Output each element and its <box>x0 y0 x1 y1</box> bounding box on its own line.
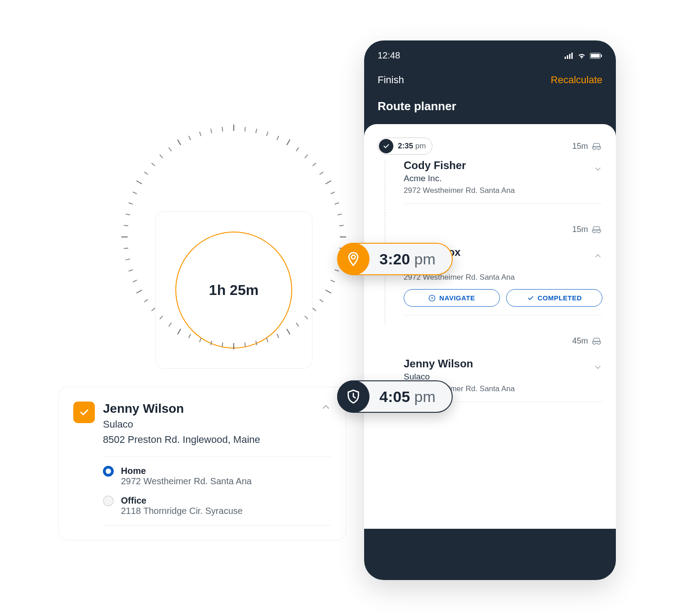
address-label: Office <box>121 495 243 506</box>
contact-company: Sulaco <box>103 419 312 430</box>
svg-rect-6 <box>601 54 602 57</box>
divider <box>404 315 602 315</box>
check-icon <box>379 139 393 153</box>
clock-card: 1h 25m <box>155 211 312 369</box>
chevron-down-icon[interactable] <box>593 363 602 374</box>
radio-selected-icon[interactable] <box>103 466 114 477</box>
svg-rect-5 <box>591 54 600 58</box>
contact-header: Jenny Wilson Sulaco 8502 Preston Rd. Ing… <box>73 402 331 446</box>
address-label: Home <box>121 466 252 476</box>
address-option-office[interactable]: Office 2118 Thornridge Cir. Syracuse <box>103 495 331 516</box>
clock-face: 1h 25m <box>175 232 292 348</box>
compass-icon <box>428 295 436 302</box>
current-stop-pill: 3:20 pm <box>337 243 453 275</box>
completed-button[interactable]: COMPLETED <box>506 289 602 307</box>
contact-card: Jenny Wilson Sulaco 8502 Preston Rd. Ing… <box>58 387 346 540</box>
status-time: 12:48 <box>378 50 400 61</box>
car-icon <box>591 225 602 233</box>
contact-address: 8502 Preston Rd. Inglewood, Maine <box>103 434 312 446</box>
divider <box>103 456 331 457</box>
stop-company: Acme Inc. <box>404 174 602 183</box>
svg-rect-3 <box>571 53 573 59</box>
svg-rect-2 <box>569 54 570 59</box>
battery-icon <box>590 53 602 59</box>
finish-button[interactable]: Finish <box>378 74 404 86</box>
phone-nav: Finish Recalculate <box>364 65 616 95</box>
car-icon <box>591 337 602 345</box>
chevron-up-icon[interactable] <box>593 251 602 262</box>
address-text: 2972 Westheimer Rd. Santa Ana <box>121 476 252 487</box>
future-stop-pill: 4:05 pm <box>337 380 453 413</box>
navigate-button[interactable]: NAVIGATE <box>404 289 500 307</box>
chevron-up-icon[interactable] <box>321 402 331 415</box>
status-bar: 12:48 <box>364 40 616 65</box>
car-icon <box>591 142 602 150</box>
route-stop[interactable]: 2:35 pm 15m Cody Fisher Acme Inc. 2972 W… <box>364 138 616 213</box>
status-icons <box>565 53 602 59</box>
check-icon <box>527 295 534 302</box>
contact-info: Jenny Wilson Sulaco 8502 Preston Rd. Ing… <box>103 402 312 446</box>
drive-duration: 15m <box>572 225 602 234</box>
chevron-down-icon[interactable] <box>593 165 602 175</box>
canvas: 1h 25m Jenny Wilson Sulaco 8502 Preston … <box>13 13 664 598</box>
stop-address: 2972 Westheimer Rd. Santa Ana <box>404 186 602 195</box>
signal-icon <box>565 53 574 59</box>
drive-duration: 45m <box>572 336 602 346</box>
svg-point-8 <box>352 255 356 259</box>
svg-rect-0 <box>565 57 566 59</box>
divider <box>404 203 602 204</box>
location-pin-icon <box>337 243 370 275</box>
time-pill: 2:35 pm <box>378 138 432 155</box>
route-sheet: 2:35 pm 15m Cody Fisher Acme Inc. 2972 W… <box>364 124 616 529</box>
clock-shield-icon <box>337 380 370 413</box>
wifi-icon <box>577 53 586 59</box>
check-icon <box>73 402 95 423</box>
timeline-line <box>385 161 385 213</box>
drive-duration: 15m <box>572 142 602 151</box>
page-title: Route planner <box>364 95 616 124</box>
pill-time: 4:05 pm <box>369 388 452 406</box>
clock-duration: 1h 25m <box>209 282 258 299</box>
stop-name: Cody Fisher <box>404 159 602 172</box>
stop-time: 2:35 pm <box>394 140 432 152</box>
radio-unselected-icon[interactable] <box>103 495 114 506</box>
recalculate-button[interactable]: Recalculate <box>551 74 602 86</box>
contact-name: Jenny Wilson <box>103 402 312 416</box>
stop-name: Jenny Wilson <box>404 357 602 370</box>
phone-frame: 12:48 Finish Recalculate Route planner <box>364 40 616 580</box>
svg-rect-1 <box>567 55 568 59</box>
divider <box>103 525 331 526</box>
address-text: 2118 Thornridge Cir. Syracuse <box>121 506 243 516</box>
pill-time: 3:20 pm <box>369 250 452 268</box>
address-option-home[interactable]: Home 2972 Westheimer Rd. Santa Ana <box>103 466 331 487</box>
